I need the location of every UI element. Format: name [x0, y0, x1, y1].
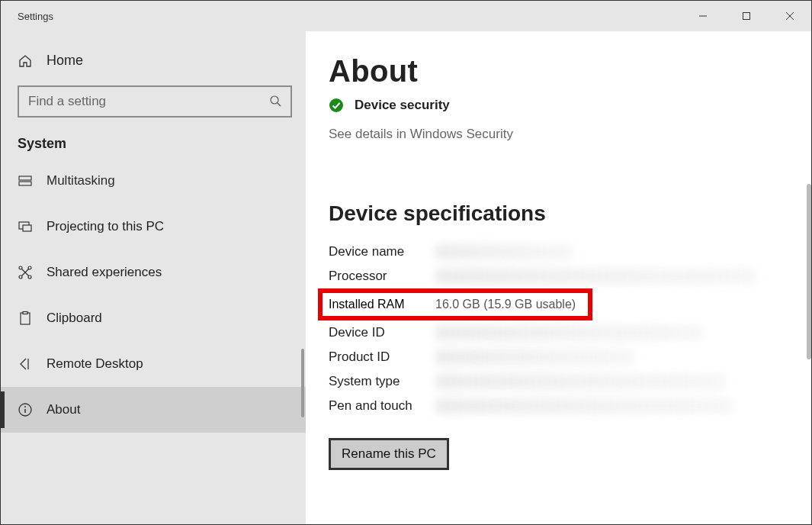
- redacted-value: [435, 349, 634, 365]
- rename-pc-button[interactable]: Rename this PC: [329, 438, 449, 470]
- svg-point-4: [271, 96, 278, 104]
- titlebar: Settings: [1, 1, 811, 31]
- window-title: Settings: [1, 11, 681, 22]
- maximize-button[interactable]: [724, 1, 768, 31]
- redacted-value: [435, 398, 733, 414]
- device-security-row: Device security: [329, 98, 811, 113]
- svg-point-12: [19, 266, 22, 269]
- search-icon: [269, 95, 281, 109]
- spec-processor: Processor: [329, 264, 811, 288]
- shield-check-icon: [329, 98, 344, 113]
- spec-product-id: Product ID: [329, 345, 811, 369]
- spec-system-type: System type: [329, 369, 811, 394]
- search-box[interactable]: [18, 85, 292, 118]
- redacted-value: [435, 374, 725, 389]
- device-specs-heading: Device specifications: [329, 201, 811, 226]
- sidebar-item-label: Multitasking: [47, 173, 115, 188]
- svg-rect-17: [23, 312, 27, 314]
- sidebar-item-clipboard[interactable]: Clipboard: [1, 295, 306, 341]
- spec-label: Device ID: [329, 325, 435, 340]
- svg-point-14: [19, 275, 22, 279]
- svg-point-13: [28, 266, 31, 269]
- redacted-value: [435, 325, 702, 340]
- sidebar-item-label: Clipboard: [47, 311, 102, 326]
- search-input[interactable]: [28, 94, 269, 109]
- clipboard-icon: [18, 311, 33, 326]
- spec-pen-touch: Pen and touch: [329, 394, 811, 418]
- spec-label: Pen and touch: [329, 398, 435, 414]
- remote-icon: [18, 356, 33, 372]
- svg-rect-7: [19, 182, 31, 185]
- about-icon: [18, 402, 33, 417]
- svg-point-22: [329, 98, 343, 112]
- spec-device-id: Device ID: [329, 320, 811, 345]
- redacted-value: [435, 244, 573, 259]
- svg-point-21: [24, 406, 26, 407]
- spec-label: Device name: [329, 244, 435, 259]
- sidebar-item-label: About: [47, 402, 80, 417]
- window-controls: [681, 1, 811, 31]
- page-title: About: [329, 31, 811, 89]
- sidebar-section: System: [18, 118, 289, 166]
- spec-label: Installed RAM: [329, 298, 435, 311]
- home-nav[interactable]: Home: [18, 31, 289, 85]
- sidebar-scrollbar[interactable]: [301, 349, 304, 417]
- device-security-detail[interactable]: See details in Windows Security: [329, 127, 811, 142]
- multitasking-icon: [18, 173, 33, 188]
- sidebar-item-label: Shared experiences: [47, 265, 162, 280]
- sidebar-item-projecting[interactable]: Projecting to this PC: [1, 204, 306, 250]
- minimize-button[interactable]: [681, 1, 724, 31]
- svg-rect-9: [23, 225, 31, 231]
- device-specs: Device name Processor Installed RAM 16.0…: [329, 240, 811, 418]
- sidebar-item-multitasking[interactable]: Multitasking: [1, 166, 306, 204]
- svg-point-15: [28, 275, 31, 279]
- spec-label: Processor: [329, 269, 435, 284]
- installed-ram-value: 16.0 GB (15.9 GB usable): [435, 298, 576, 311]
- sidebar-nav: Multitasking Projecting to this PC Share…: [1, 166, 306, 524]
- svg-line-5: [278, 103, 281, 106]
- spec-label: Product ID: [329, 349, 435, 365]
- shared-icon: [18, 265, 33, 280]
- sidebar-item-about[interactable]: About: [1, 387, 306, 433]
- home-label: Home: [47, 53, 83, 69]
- projecting-icon: [18, 219, 33, 234]
- close-button[interactable]: [768, 1, 811, 31]
- sidebar-item-label: Projecting to this PC: [47, 219, 164, 234]
- sidebar-item-remote[interactable]: Remote Desktop: [1, 341, 306, 387]
- sidebar-item-shared[interactable]: Shared experiences: [1, 250, 306, 295]
- installed-ram-highlight: Installed RAM 16.0 GB (15.9 GB usable): [318, 288, 592, 320]
- svg-rect-16: [21, 313, 30, 324]
- sidebar-item-label: Remote Desktop: [47, 356, 143, 372]
- redacted-value: [435, 269, 756, 284]
- device-security-label: Device security: [355, 98, 450, 113]
- sidebar: Home System Multitasking Proj: [1, 31, 306, 524]
- svg-rect-1: [743, 13, 749, 20]
- content-scrollbar[interactable]: [807, 184, 811, 359]
- content-area: About Device security See details in Win…: [306, 31, 811, 524]
- spec-device-name: Device name: [329, 240, 811, 264]
- home-icon: [18, 53, 33, 69]
- svg-rect-6: [19, 176, 31, 180]
- spec-label: System type: [329, 374, 435, 389]
